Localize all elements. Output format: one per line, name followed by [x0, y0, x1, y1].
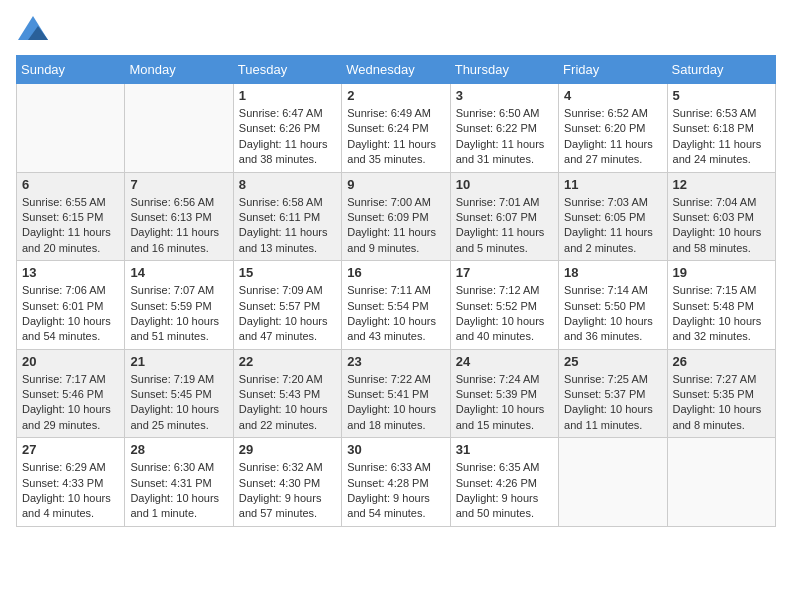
calendar-cell: 14Sunrise: 7:07 AMSunset: 5:59 PMDayligh…	[125, 261, 233, 350]
calendar-cell: 22Sunrise: 7:20 AMSunset: 5:43 PMDayligh…	[233, 349, 341, 438]
cell-info: Sunrise: 6:47 AMSunset: 6:26 PMDaylight:…	[239, 106, 336, 168]
calendar-cell: 4Sunrise: 6:52 AMSunset: 6:20 PMDaylight…	[559, 84, 667, 173]
cell-info: Sunrise: 6:33 AMSunset: 4:28 PMDaylight:…	[347, 460, 444, 522]
cell-info: Sunrise: 7:20 AMSunset: 5:43 PMDaylight:…	[239, 372, 336, 434]
day-number: 14	[130, 265, 227, 280]
cell-info: Sunrise: 7:14 AMSunset: 5:50 PMDaylight:…	[564, 283, 661, 345]
cell-info: Sunrise: 7:19 AMSunset: 5:45 PMDaylight:…	[130, 372, 227, 434]
cell-info: Sunrise: 7:12 AMSunset: 5:52 PMDaylight:…	[456, 283, 553, 345]
cell-info: Sunrise: 6:53 AMSunset: 6:18 PMDaylight:…	[673, 106, 770, 168]
day-number: 31	[456, 442, 553, 457]
calendar-cell	[559, 438, 667, 527]
day-number: 24	[456, 354, 553, 369]
day-header-friday: Friday	[559, 56, 667, 84]
calendar-cell: 25Sunrise: 7:25 AMSunset: 5:37 PMDayligh…	[559, 349, 667, 438]
day-number: 15	[239, 265, 336, 280]
logo-icon	[18, 16, 48, 40]
cell-info: Sunrise: 7:09 AMSunset: 5:57 PMDaylight:…	[239, 283, 336, 345]
calendar-cell: 12Sunrise: 7:04 AMSunset: 6:03 PMDayligh…	[667, 172, 775, 261]
calendar-cell: 2Sunrise: 6:49 AMSunset: 6:24 PMDaylight…	[342, 84, 450, 173]
calendar-cell	[17, 84, 125, 173]
calendar-header-row: SundayMondayTuesdayWednesdayThursdayFrid…	[17, 56, 776, 84]
day-header-tuesday: Tuesday	[233, 56, 341, 84]
cell-info: Sunrise: 7:17 AMSunset: 5:46 PMDaylight:…	[22, 372, 119, 434]
calendar-cell: 1Sunrise: 6:47 AMSunset: 6:26 PMDaylight…	[233, 84, 341, 173]
day-number: 3	[456, 88, 553, 103]
calendar-cell: 17Sunrise: 7:12 AMSunset: 5:52 PMDayligh…	[450, 261, 558, 350]
day-number: 26	[673, 354, 770, 369]
calendar-cell: 21Sunrise: 7:19 AMSunset: 5:45 PMDayligh…	[125, 349, 233, 438]
cell-info: Sunrise: 6:52 AMSunset: 6:20 PMDaylight:…	[564, 106, 661, 168]
day-header-sunday: Sunday	[17, 56, 125, 84]
day-header-monday: Monday	[125, 56, 233, 84]
cell-info: Sunrise: 7:01 AMSunset: 6:07 PMDaylight:…	[456, 195, 553, 257]
day-number: 2	[347, 88, 444, 103]
day-header-wednesday: Wednesday	[342, 56, 450, 84]
calendar-cell: 8Sunrise: 6:58 AMSunset: 6:11 PMDaylight…	[233, 172, 341, 261]
calendar-week-row: 1Sunrise: 6:47 AMSunset: 6:26 PMDaylight…	[17, 84, 776, 173]
cell-info: Sunrise: 7:07 AMSunset: 5:59 PMDaylight:…	[130, 283, 227, 345]
day-number: 19	[673, 265, 770, 280]
day-header-thursday: Thursday	[450, 56, 558, 84]
day-number: 29	[239, 442, 336, 457]
day-number: 1	[239, 88, 336, 103]
day-number: 10	[456, 177, 553, 192]
page-header	[16, 16, 776, 45]
day-number: 8	[239, 177, 336, 192]
calendar-cell: 3Sunrise: 6:50 AMSunset: 6:22 PMDaylight…	[450, 84, 558, 173]
day-number: 30	[347, 442, 444, 457]
day-number: 9	[347, 177, 444, 192]
calendar-cell: 11Sunrise: 7:03 AMSunset: 6:05 PMDayligh…	[559, 172, 667, 261]
calendar-cell: 15Sunrise: 7:09 AMSunset: 5:57 PMDayligh…	[233, 261, 341, 350]
cell-info: Sunrise: 6:56 AMSunset: 6:13 PMDaylight:…	[130, 195, 227, 257]
cell-info: Sunrise: 6:58 AMSunset: 6:11 PMDaylight:…	[239, 195, 336, 257]
day-number: 4	[564, 88, 661, 103]
day-number: 11	[564, 177, 661, 192]
cell-info: Sunrise: 6:55 AMSunset: 6:15 PMDaylight:…	[22, 195, 119, 257]
calendar-cell: 6Sunrise: 6:55 AMSunset: 6:15 PMDaylight…	[17, 172, 125, 261]
day-number: 12	[673, 177, 770, 192]
calendar-cell: 18Sunrise: 7:14 AMSunset: 5:50 PMDayligh…	[559, 261, 667, 350]
calendar-table: SundayMondayTuesdayWednesdayThursdayFrid…	[16, 55, 776, 527]
day-number: 5	[673, 88, 770, 103]
day-number: 17	[456, 265, 553, 280]
calendar-cell: 19Sunrise: 7:15 AMSunset: 5:48 PMDayligh…	[667, 261, 775, 350]
calendar-cell: 20Sunrise: 7:17 AMSunset: 5:46 PMDayligh…	[17, 349, 125, 438]
cell-info: Sunrise: 7:03 AMSunset: 6:05 PMDaylight:…	[564, 195, 661, 257]
cell-info: Sunrise: 6:35 AMSunset: 4:26 PMDaylight:…	[456, 460, 553, 522]
day-number: 21	[130, 354, 227, 369]
calendar-cell	[667, 438, 775, 527]
day-number: 27	[22, 442, 119, 457]
calendar-cell: 28Sunrise: 6:30 AMSunset: 4:31 PMDayligh…	[125, 438, 233, 527]
calendar-cell: 29Sunrise: 6:32 AMSunset: 4:30 PMDayligh…	[233, 438, 341, 527]
cell-info: Sunrise: 6:50 AMSunset: 6:22 PMDaylight:…	[456, 106, 553, 168]
calendar-cell: 31Sunrise: 6:35 AMSunset: 4:26 PMDayligh…	[450, 438, 558, 527]
calendar-week-row: 27Sunrise: 6:29 AMSunset: 4:33 PMDayligh…	[17, 438, 776, 527]
day-number: 18	[564, 265, 661, 280]
cell-info: Sunrise: 6:30 AMSunset: 4:31 PMDaylight:…	[130, 460, 227, 522]
calendar-cell: 10Sunrise: 7:01 AMSunset: 6:07 PMDayligh…	[450, 172, 558, 261]
day-number: 13	[22, 265, 119, 280]
cell-info: Sunrise: 7:06 AMSunset: 6:01 PMDaylight:…	[22, 283, 119, 345]
calendar-cell: 24Sunrise: 7:24 AMSunset: 5:39 PMDayligh…	[450, 349, 558, 438]
calendar-cell: 5Sunrise: 6:53 AMSunset: 6:18 PMDaylight…	[667, 84, 775, 173]
cell-info: Sunrise: 7:00 AMSunset: 6:09 PMDaylight:…	[347, 195, 444, 257]
logo	[16, 16, 48, 45]
cell-info: Sunrise: 7:22 AMSunset: 5:41 PMDaylight:…	[347, 372, 444, 434]
calendar-cell: 30Sunrise: 6:33 AMSunset: 4:28 PMDayligh…	[342, 438, 450, 527]
day-number: 6	[22, 177, 119, 192]
day-number: 20	[22, 354, 119, 369]
calendar-cell: 9Sunrise: 7:00 AMSunset: 6:09 PMDaylight…	[342, 172, 450, 261]
cell-info: Sunrise: 6:49 AMSunset: 6:24 PMDaylight:…	[347, 106, 444, 168]
cell-info: Sunrise: 7:04 AMSunset: 6:03 PMDaylight:…	[673, 195, 770, 257]
calendar-cell	[125, 84, 233, 173]
cell-info: Sunrise: 7:25 AMSunset: 5:37 PMDaylight:…	[564, 372, 661, 434]
calendar-cell: 23Sunrise: 7:22 AMSunset: 5:41 PMDayligh…	[342, 349, 450, 438]
cell-info: Sunrise: 7:15 AMSunset: 5:48 PMDaylight:…	[673, 283, 770, 345]
calendar-cell: 7Sunrise: 6:56 AMSunset: 6:13 PMDaylight…	[125, 172, 233, 261]
day-number: 16	[347, 265, 444, 280]
day-number: 28	[130, 442, 227, 457]
calendar-cell: 27Sunrise: 6:29 AMSunset: 4:33 PMDayligh…	[17, 438, 125, 527]
cell-info: Sunrise: 7:11 AMSunset: 5:54 PMDaylight:…	[347, 283, 444, 345]
cell-info: Sunrise: 6:29 AMSunset: 4:33 PMDaylight:…	[22, 460, 119, 522]
